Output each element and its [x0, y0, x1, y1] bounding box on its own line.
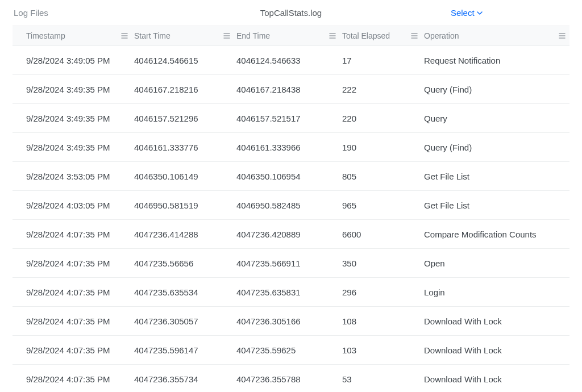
cell-operation: Login — [423, 287, 569, 297]
cell-operation: Query (Find) — [423, 143, 569, 152]
cell-timestamp: 9/28/2024 4:07:35 PM — [13, 316, 133, 326]
hamburger-icon[interactable] — [120, 32, 128, 40]
log-table: Timestamp Start Time End Time Total Elap… — [0, 26, 582, 392]
cell-timestamp: 9/28/2024 3:49:35 PM — [13, 85, 133, 94]
column-header-start-time[interactable]: Start Time — [133, 31, 235, 40]
cell-timestamp: 9/28/2024 3:49:35 PM — [13, 114, 133, 123]
cell-operation: Query (Find) — [423, 85, 569, 94]
table-header-row: Timestamp Start Time End Time Total Elap… — [13, 26, 569, 46]
cell-timestamp: 9/28/2024 4:07:35 PM — [13, 230, 133, 239]
cell-end-time: 4047235.635831 — [235, 287, 341, 297]
column-header-label: Total Elapsed — [342, 31, 390, 40]
cell-operation: Download With Lock — [423, 374, 569, 384]
cell-start-time: 4047236.414288 — [133, 230, 235, 239]
column-header-label: End Time — [236, 31, 270, 40]
cell-start-time: 4046157.521296 — [133, 114, 235, 123]
cell-end-time: 4046950.582485 — [235, 201, 341, 210]
select-label: Select — [451, 8, 475, 18]
cell-end-time: 4047235.59625 — [235, 345, 341, 355]
table-row[interactable]: 9/28/2024 4:07:35 PM4047236.305057404723… — [13, 307, 569, 336]
cell-timestamp: 9/28/2024 3:49:35 PM — [13, 143, 133, 152]
cell-end-time: 4046161.333966 — [235, 143, 341, 152]
cell-start-time: 4047236.305057 — [133, 316, 235, 326]
cell-total-elapsed: 103 — [341, 345, 423, 355]
column-header-label: Operation — [424, 31, 459, 40]
cell-operation: Get File List — [423, 201, 569, 210]
cell-end-time: 4047235.566911 — [235, 258, 341, 268]
cell-start-time: 4047235.56656 — [133, 258, 235, 268]
cell-total-elapsed: 53 — [341, 374, 423, 384]
column-header-label: Timestamp — [26, 31, 65, 40]
cell-start-time: 4047235.635534 — [133, 287, 235, 297]
table-row[interactable]: 9/28/2024 4:07:35 PM4047235.596147404723… — [13, 336, 569, 365]
table-row[interactable]: 9/28/2024 3:49:35 PM4046167.218216404616… — [13, 75, 569, 104]
topbar: Log Files TopCallStats.log Select — [0, 0, 582, 26]
cell-end-time: 4046157.521517 — [235, 114, 341, 123]
cell-total-elapsed: 222 — [341, 85, 423, 94]
cell-timestamp: 9/28/2024 4:07:35 PM — [13, 345, 133, 355]
column-header-end-time[interactable]: End Time — [235, 31, 341, 40]
cell-total-elapsed: 965 — [341, 201, 423, 210]
cell-start-time: 4046350.106149 — [133, 172, 235, 181]
cell-end-time: 4046350.106954 — [235, 172, 341, 181]
cell-total-elapsed: 805 — [341, 172, 423, 181]
table-body: 9/28/2024 3:49:05 PM4046124.546615404612… — [13, 46, 569, 392]
cell-timestamp: 9/28/2024 3:53:05 PM — [13, 172, 133, 181]
hamburger-icon[interactable] — [558, 32, 566, 40]
hamburger-icon[interactable] — [410, 32, 418, 40]
cell-total-elapsed: 190 — [341, 143, 423, 152]
cell-start-time: 4046950.581519 — [133, 201, 235, 210]
column-header-timestamp[interactable]: Timestamp — [13, 31, 133, 40]
cell-end-time: 4047236.355788 — [235, 374, 341, 384]
cell-timestamp: 9/28/2024 4:07:35 PM — [13, 287, 133, 297]
chevron-down-icon — [477, 10, 483, 16]
cell-timestamp: 9/28/2024 3:49:05 PM — [13, 56, 133, 65]
cell-end-time: 4047236.420889 — [235, 230, 341, 239]
cell-total-elapsed: 220 — [341, 114, 423, 123]
cell-total-elapsed: 296 — [341, 287, 423, 297]
table-row[interactable]: 9/28/2024 4:03:05 PM4046950.581519404695… — [13, 191, 569, 220]
table-row[interactable]: 9/28/2024 4:07:35 PM4047235.635534404723… — [13, 278, 569, 307]
table-row[interactable]: 9/28/2024 3:49:05 PM4046124.546615404612… — [13, 46, 569, 75]
hamburger-icon[interactable] — [329, 32, 336, 40]
cell-operation: Request Notification — [423, 56, 569, 65]
cell-operation: Download With Lock — [423, 316, 569, 326]
cell-start-time: 4047235.596147 — [133, 345, 235, 355]
table-row[interactable]: 9/28/2024 3:53:05 PM4046350.106149404635… — [13, 162, 569, 191]
cell-operation: Download With Lock — [423, 345, 569, 355]
table-row[interactable]: 9/28/2024 4:07:35 PM4047236.414288404723… — [13, 220, 569, 249]
cell-timestamp: 9/28/2024 4:07:35 PM — [13, 374, 133, 384]
table-row[interactable]: 9/28/2024 4:07:35 PM4047235.566564047235… — [13, 249, 569, 278]
cell-end-time: 4046124.546633 — [235, 56, 341, 65]
table-row[interactable]: 9/28/2024 4:07:35 PM4047236.355734404723… — [13, 365, 569, 392]
cell-timestamp: 9/28/2024 4:03:05 PM — [13, 201, 133, 210]
page-title: TopCallStats.log — [197, 8, 385, 18]
cell-operation: Compare Modification Counts — [423, 230, 569, 239]
cell-operation: Query — [423, 114, 569, 123]
cell-total-elapsed: 350 — [341, 258, 423, 268]
cell-start-time: 4046124.546615 — [133, 56, 235, 65]
column-header-total-elapsed[interactable]: Total Elapsed — [341, 31, 423, 40]
cell-operation: Get File List — [423, 172, 569, 181]
cell-start-time: 4046161.333776 — [133, 143, 235, 152]
cell-end-time: 4047236.305166 — [235, 316, 341, 326]
cell-end-time: 4046167.218438 — [235, 85, 341, 94]
hamburger-icon[interactable] — [223, 32, 231, 40]
column-header-label: Start Time — [134, 31, 171, 40]
cell-total-elapsed: 17 — [341, 56, 423, 65]
cell-timestamp: 9/28/2024 4:07:35 PM — [13, 258, 133, 268]
table-row[interactable]: 9/28/2024 3:49:35 PM4046157.521296404615… — [13, 104, 569, 133]
select-dropdown-button[interactable]: Select — [451, 8, 483, 18]
cell-operation: Open — [423, 258, 569, 268]
cell-total-elapsed: 6600 — [341, 230, 423, 239]
cell-start-time: 4046167.218216 — [133, 85, 235, 94]
cell-start-time: 4047236.355734 — [133, 374, 235, 384]
cell-total-elapsed: 108 — [341, 316, 423, 326]
column-header-operation[interactable]: Operation — [423, 31, 569, 40]
breadcrumb[interactable]: Log Files — [14, 8, 197, 18]
table-row[interactable]: 9/28/2024 3:49:35 PM4046161.333776404616… — [13, 133, 569, 162]
